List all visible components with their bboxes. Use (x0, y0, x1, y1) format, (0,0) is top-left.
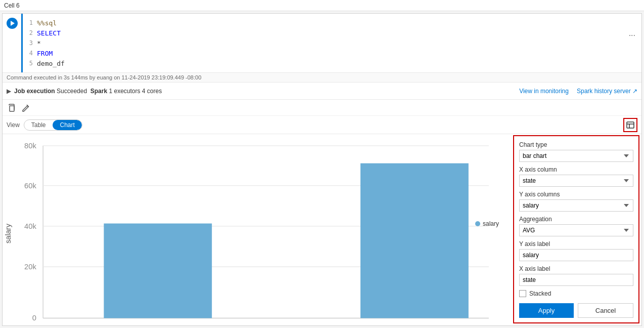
svg-text:80k: 80k (24, 142, 36, 150)
chart-type-label: Chart type (519, 141, 633, 148)
code-line: 1%%sql (25, 18, 639, 28)
x-axis-label-input[interactable] (519, 274, 633, 286)
svg-rect-2 (627, 122, 634, 128)
svg-text:40k: 40k (24, 222, 36, 230)
view-label: View (7, 121, 20, 129)
status-bar: Command executed in 3s 144ms by euang on… (3, 73, 641, 83)
apply-button[interactable]: Apply (519, 303, 574, 318)
title-bar-text: Cell 6 (4, 2, 20, 9)
stacked-label: Stacked (529, 290, 551, 297)
code-line: 3 * (25, 38, 639, 48)
x-axis-column-section: X axis column state salary (519, 166, 633, 187)
chart-type-section: Chart type bar chart line chart scatter … (519, 141, 633, 162)
code-line: 5 demo_df (25, 58, 639, 68)
chart-svg-container: 80k 60k 40k 20k 0 salary (3, 138, 509, 325)
code-line: 2SELECT (25, 28, 639, 38)
aggregation-select[interactable]: AVG SUM COUNT MIN MAX (519, 224, 633, 236)
more-menu-button[interactable]: ... (629, 29, 635, 38)
stacked-section: Stacked (519, 290, 633, 297)
tab-table[interactable]: Table (24, 120, 53, 130)
y-axis-label-section: Y axis label (519, 240, 633, 261)
view-area: View Table Chart (3, 116, 641, 134)
chart-and-panel: 80k 60k 40k 20k 0 salary (3, 134, 641, 325)
y-axis-label-input[interactable] (519, 249, 633, 261)
y-axis-label-label: Y axis label (519, 240, 633, 248)
svg-text:20k: 20k (24, 263, 36, 271)
clear-icon[interactable] (21, 103, 31, 113)
svg-rect-17 (104, 223, 212, 318)
x-axis-column-select[interactable]: state salary (519, 175, 633, 187)
run-button[interactable] (7, 18, 18, 29)
chart-area: 80k 60k 40k 20k 0 salary (3, 134, 513, 325)
svg-text:60k: 60k (24, 182, 36, 190)
code-line: 4FROM (25, 48, 639, 58)
tab-chart[interactable]: Chart (53, 120, 81, 130)
panel-buttons: Apply Cancel (519, 303, 633, 318)
x-axis-label-label: X axis label (519, 265, 633, 272)
title-bar: Cell 6 (0, 0, 644, 11)
status-text: Command executed in 3s 144ms by euang on… (7, 74, 201, 80)
view-monitoring-link[interactable]: View in monitoring (519, 88, 569, 95)
toolbar (3, 100, 641, 116)
y-axis-columns-section: Y axis columns salary state (519, 191, 633, 212)
chart-settings-panel: Chart type bar chart line chart scatter … (513, 135, 639, 323)
legend-dot (475, 221, 480, 226)
cell-run-area (3, 14, 23, 72)
svg-text:CA: CA (153, 324, 163, 325)
aggregation-section: Aggregation AVG SUM COUNT MIN MAX (519, 216, 633, 236)
spark-history-link[interactable]: Spark history server ↗ (577, 88, 637, 95)
y-axis-columns-label: Y axis columns (519, 191, 633, 198)
code-cell: 1%%sql2SELECT3 *4FROM5 demo_df ... (3, 14, 641, 73)
aggregation-label: Aggregation (519, 216, 633, 223)
x-axis-label-section: X axis label (519, 265, 633, 286)
exec-bar: ▶ Job execution Succeeded Spark 1 execut… (3, 83, 641, 100)
exec-job-label: Job execution Succeeded Spark 1 executor… (14, 88, 162, 95)
exec-links: View in monitoring Spark history server … (519, 88, 637, 95)
svg-rect-0 (10, 106, 14, 111)
cancel-button[interactable]: Cancel (578, 303, 633, 318)
legend-label: salary (483, 220, 499, 227)
exec-play-icon[interactable]: ▶ (7, 88, 11, 95)
tab-group: Table Chart (24, 119, 82, 131)
y-axis-columns-select[interactable]: salary state (519, 199, 633, 212)
code-lines: 1%%sql2SELECT3 *4FROM5 demo_df (23, 14, 641, 72)
chart-type-select[interactable]: bar chart line chart scatter chart pie c… (519, 150, 633, 162)
copy-icon[interactable] (7, 103, 17, 113)
svg-text:salary: salary (4, 223, 12, 243)
svg-rect-18 (360, 163, 469, 318)
svg-text:0: 0 (32, 314, 36, 322)
svg-text:WA: WA (408, 324, 420, 325)
chart-legend: salary (475, 220, 499, 227)
chart-settings-button[interactable] (623, 118, 637, 132)
x-axis-column-label: X axis column (519, 166, 633, 173)
stacked-checkbox[interactable] (519, 290, 526, 297)
